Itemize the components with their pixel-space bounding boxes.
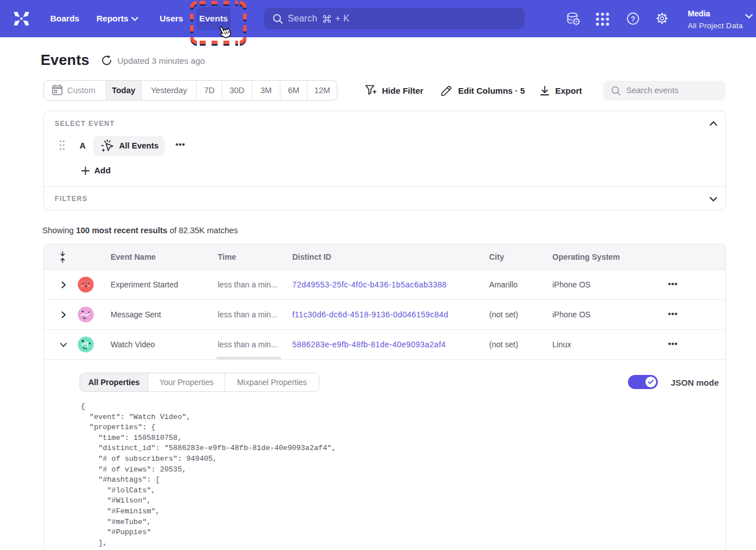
svg-text:?: ? — [631, 15, 635, 23]
